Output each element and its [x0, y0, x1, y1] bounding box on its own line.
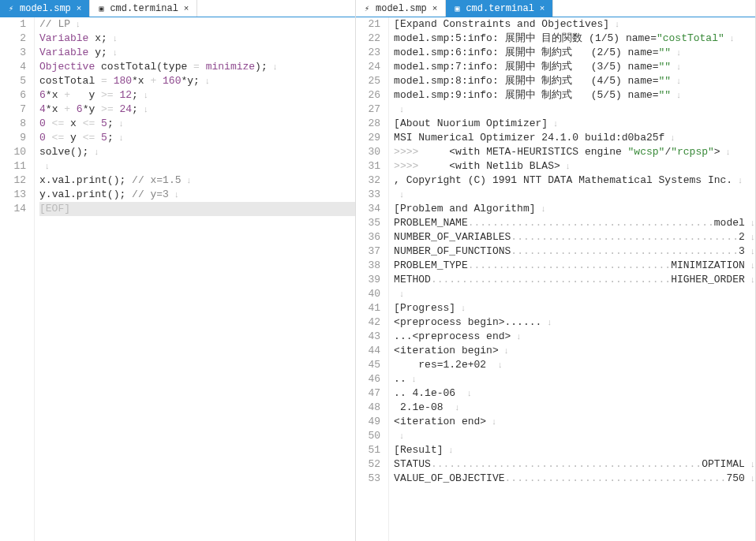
code-token: ; — [107, 132, 114, 144]
line-number: 36 — [356, 230, 380, 244]
code-line[interactable]: res=1.2e+02 ↓ — [394, 358, 755, 372]
line-number: 12 — [0, 173, 26, 188]
code-line[interactable]: METHOD..................................… — [394, 273, 755, 287]
line-number: 24 — [356, 60, 380, 74]
code-line[interactable]: ↓ — [39, 159, 355, 173]
code-token: ; — [101, 32, 107, 44]
code-token: <iteration end> — [394, 416, 486, 427]
line-number: 37 — [356, 244, 380, 259]
left-code[interactable]: // LP ↓Variable x; ↓Variable y; ↓Objecti… — [35, 17, 355, 541]
code-token — [95, 61, 101, 73]
right-editor[interactable]: 2122232425262728293031323334353637383940… — [356, 17, 755, 541]
code-line[interactable]: 4*x + 6*y >= 24; ↓ — [39, 103, 355, 117]
code-line[interactable]: // LP ↓ — [39, 17, 355, 32]
code-token: NUMBER_OF_VARIABLES — [394, 231, 511, 243]
code-line[interactable]: .. ↓ — [394, 372, 755, 386]
eol-icon: ↓ — [394, 105, 404, 114]
code-line[interactable]: <preprocess begin>...... ↓ — [394, 315, 755, 330]
close-icon[interactable]: × — [431, 4, 440, 13]
code-line[interactable]: ↓ — [394, 287, 755, 301]
close-icon[interactable]: × — [75, 4, 84, 13]
code-line[interactable]: [About Nuorium Optimizer] ↓ — [394, 117, 755, 131]
code-line[interactable]: 0 <= y <= 5; ↓ — [39, 131, 355, 145]
code-token: 3 — [739, 245, 745, 257]
code-token: ); — [255, 61, 268, 73]
code-line[interactable]: [Progress] ↓ — [394, 301, 755, 315]
code-line[interactable]: Variable y; ↓ — [39, 46, 355, 60]
code-line[interactable]: ↓ — [394, 429, 755, 443]
code-line[interactable]: VALUE_OF_OBJECTIVE......................… — [394, 472, 755, 486]
code-line[interactable]: x.val.print(); // x=1.5 ↓ — [39, 173, 355, 188]
code-line[interactable]: .. 4.1e-06 ↓ — [394, 386, 755, 401]
code-token: 24 — [120, 103, 133, 115]
line-number: 6 — [0, 88, 26, 103]
line-number: 10 — [0, 145, 26, 159]
left-tab-model-smp[interactable]: ⚡model.smp× — [0, 0, 90, 17]
eol-icon: ↓ — [114, 119, 124, 129]
code-line[interactable]: MSI Numerical Optimizer 24.1.0 build:d0b… — [394, 131, 755, 145]
eol-icon: ↓ — [671, 48, 681, 58]
code-line[interactable]: , Copyright (C) 1991 NTT DATA Mathematic… — [394, 173, 755, 188]
code-line[interactable]: NUMBER_OF_FUNCTIONS.....................… — [394, 244, 755, 259]
left-tab-cmd-terminal[interactable]: ▣cmd.terminal× — [90, 0, 197, 17]
code-line[interactable]: y.val.print(); // y=3 ↓ — [39, 188, 355, 202]
code-token: ..................................... — [511, 231, 739, 243]
close-icon[interactable]: × — [538, 4, 547, 13]
eol-icon: ↓ — [671, 62, 681, 72]
eol-icon: ↓ — [268, 62, 278, 72]
eol-icon: ↓ — [462, 389, 472, 398]
code-line[interactable]: model.smp:5:info: 展開中 目的関数 (1/5) name="c… — [394, 32, 755, 46]
code-line[interactable]: <iteration begin> ↓ — [394, 344, 755, 358]
code-line[interactable]: ↓ — [394, 103, 755, 117]
right-tab-cmd-terminal[interactable]: ▣cmd.terminal× — [446, 0, 553, 17]
code-line[interactable]: ...<preprocess end> ↓ — [394, 330, 755, 344]
code-line[interactable]: model.smp:7:info: 展開中 制約式 (3/5) name="" … — [394, 60, 755, 74]
code-line[interactable]: [Expand Constraints and Objectives] ↓ — [394, 17, 755, 32]
code-token: print — [77, 174, 107, 186]
code-line[interactable]: [Problem and Algorithm] ↓ — [394, 202, 755, 216]
line-number: 41 — [356, 301, 380, 315]
right-tab-model-smp[interactable]: ⚡model.smp× — [356, 0, 446, 17]
eol-icon: ↓ — [541, 318, 552, 327]
eol-icon: ↓ — [486, 417, 496, 427]
code-line[interactable]: PROBLEM_TYPE............................… — [394, 259, 755, 273]
line-number: 40 — [356, 287, 380, 301]
left-gutter: 1234567891011121314 — [0, 17, 35, 541]
code-line[interactable]: [EOF] — [39, 202, 355, 216]
code-token: + — [58, 89, 88, 101]
code-line[interactable]: 6*x + y >= 12; ↓ — [39, 88, 355, 103]
code-line[interactable]: [Result] ↓ — [394, 443, 755, 457]
code-line[interactable]: model.smp:8:info: 展開中 制約式 (4/5) name="" … — [394, 74, 755, 88]
code-token: . — [70, 174, 77, 186]
left-tab-bar: ⚡model.smp×▣cmd.terminal× — [0, 0, 355, 17]
code-line[interactable]: STATUS..................................… — [394, 457, 755, 472]
code-token: <iteration begin> — [394, 345, 499, 356]
code-token: Objective — [39, 61, 95, 73]
line-number: 1 — [0, 17, 26, 32]
code-line[interactable]: >>>> <with META-HEURISTICS engine "wcsp"… — [394, 145, 755, 159]
code-line[interactable]: >>>> <with Netlib BLAS> ↓ — [394, 159, 755, 173]
code-token: "" — [659, 47, 672, 58]
code-line[interactable]: NUMBER_OF_VARIABLES.....................… — [394, 230, 755, 244]
code-token: 0 — [39, 132, 46, 144]
code-line[interactable]: PROBLEM_NAME............................… — [394, 216, 755, 230]
code-line[interactable]: <iteration end> ↓ — [394, 415, 755, 429]
right-code[interactable]: [Expand Constraints and Objectives] ↓mod… — [389, 17, 755, 541]
code-line[interactable]: solve(); ↓ — [39, 145, 355, 159]
code-line[interactable]: Objective costTotal(type = minimize); ↓ — [39, 60, 355, 74]
code-token: <= — [46, 132, 70, 144]
line-number: 38 — [356, 259, 380, 273]
code-token: "" — [659, 75, 672, 87]
close-icon[interactable]: × — [182, 4, 191, 13]
left-editor[interactable]: 1234567891011121314 // LP ↓Variable x; ↓… — [0, 17, 355, 541]
code-line[interactable]: 0 <= x <= 5; ↓ — [39, 117, 355, 131]
code-line[interactable]: ↓ — [394, 188, 755, 202]
code-line[interactable]: 2.1e-08 ↓ — [394, 401, 755, 415]
code-line[interactable]: model.smp:9:info: 展開中 制約式 (5/5) name="" … — [394, 88, 755, 103]
code-line[interactable]: Variable x; ↓ — [39, 32, 355, 46]
code-line[interactable]: model.smp:6:info: 展開中 制約式 (2/5) name="" … — [394, 46, 755, 60]
code-token: PROBLEM_TYPE — [394, 259, 468, 271]
code-line[interactable]: costTotal = 180*x + 160*y; ↓ — [39, 74, 355, 88]
code-token: OPTIMAL — [702, 458, 745, 470]
code-token: HIGHER_ORDER — [671, 274, 745, 285]
